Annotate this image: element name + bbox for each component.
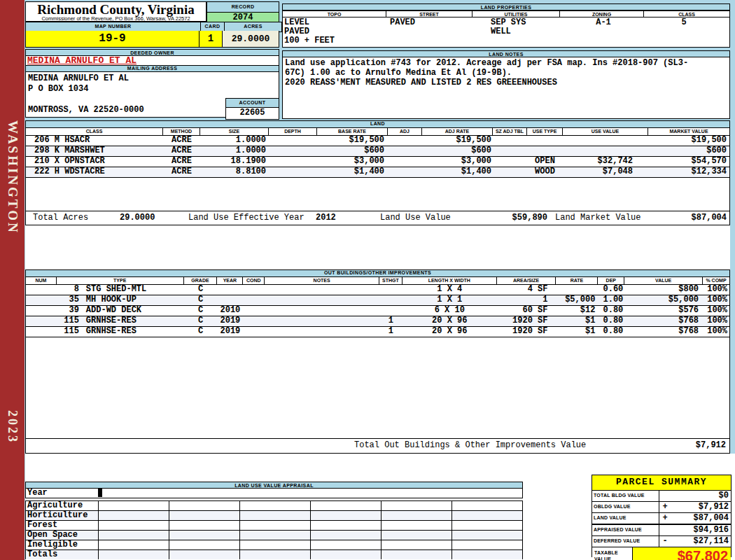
table-cell xyxy=(243,295,265,305)
county-header: Richmond County, Virginia Commissioner o… xyxy=(25,1,206,22)
table-cell xyxy=(563,146,648,156)
column-header: NOTES xyxy=(265,277,379,284)
appraisal-empty-cell xyxy=(240,540,311,550)
appraisal-empty-cell xyxy=(240,511,311,520)
table-cell xyxy=(217,295,243,305)
out-buildings-column-headers: NUMTYPEGRADEYEARCONDNOTESSTHGTLENGTH X W… xyxy=(26,277,729,285)
column-header-utilities: UTILITIES xyxy=(472,10,560,18)
appraisal-row-label: Year xyxy=(26,489,99,497)
out-buildings-table: OUT BUILDINGS/OTHER IMPROVEMENTS NUMTYPE… xyxy=(25,270,730,454)
total-acres-label: Total Acres xyxy=(33,211,88,224)
land-market-value: $87,004 xyxy=(692,211,727,224)
table-cell: 0.80 xyxy=(598,306,624,316)
column-header: GRADE xyxy=(184,277,218,284)
column-header: % COMP xyxy=(703,277,729,284)
appraisal-empty-cell xyxy=(99,521,169,530)
table-cell xyxy=(388,167,422,177)
appraisal-row: Forest xyxy=(26,521,522,531)
county-title: Richmond County, Virginia xyxy=(26,3,206,16)
appraisal-empty-cell xyxy=(240,550,311,559)
table-cell: $768 xyxy=(624,316,703,326)
appraisal-empty-cell xyxy=(452,511,522,520)
summary-operator xyxy=(659,525,671,536)
column-header: ADJ RATE xyxy=(422,128,493,135)
table-cell: 100% xyxy=(703,306,729,316)
summary-value: $87,004 xyxy=(671,513,731,524)
appraisal-empty-cell xyxy=(311,511,382,520)
map-number-value: 19-9 xyxy=(25,31,200,48)
appraisal-empty-cell xyxy=(311,521,382,530)
column-header-class: CLASS xyxy=(644,10,730,18)
appraisal-row-label: Forest xyxy=(26,521,99,530)
table-cell xyxy=(527,146,563,156)
appraisal-empty-cell xyxy=(382,550,452,559)
table-cell xyxy=(265,327,379,337)
parcel-summary-row: DEFERRED VALUE-$27,114 xyxy=(592,536,731,547)
table-cell: 1920 SF xyxy=(497,316,556,326)
table-cell: 1.00 xyxy=(598,295,624,305)
column-header: NUM xyxy=(26,277,57,284)
parcel-summary-row: LAND VALUE+$87,004 xyxy=(592,513,731,525)
table-cell xyxy=(217,285,243,295)
table-cell: 2010 xyxy=(217,306,243,316)
street-values: PAVED xyxy=(390,18,415,27)
summary-label: DEFERRED VALUE xyxy=(592,536,659,547)
appraisal-empty-cell xyxy=(102,489,102,497)
year-label: 2023 xyxy=(5,410,20,444)
parcel-summary-row: OBLDG VALUE+$7,912 xyxy=(592,502,731,513)
table-row: 35MH HOOK-UPC1 X 11$5,0001.00$5,000100% xyxy=(26,295,729,306)
table-cell: $1 xyxy=(556,327,598,337)
land-use-value-label: Land Use Value xyxy=(380,211,451,224)
table-cell: $5,000 xyxy=(556,295,598,305)
book-spine-sidebar: WASHINGTON 2023 xyxy=(0,0,24,560)
table-cell: $19,500 xyxy=(422,136,493,146)
table-cell: $1,400 xyxy=(317,167,388,177)
effective-year-label: Land Use Effective Year xyxy=(188,211,304,224)
table-cell: C xyxy=(184,285,218,295)
table-cell xyxy=(265,306,379,316)
appraisal-row: Agriculture xyxy=(26,501,522,511)
table-cell xyxy=(563,136,648,146)
table-cell: ACRE xyxy=(163,136,200,146)
table-cell: GRNHSE-RES xyxy=(82,316,184,326)
table-cell xyxy=(379,295,402,305)
table-cell xyxy=(243,327,265,337)
record-header: RECORD xyxy=(206,1,279,13)
column-header: COND xyxy=(243,277,265,284)
table-cell: $1 xyxy=(556,316,598,326)
table-cell: OPEN xyxy=(527,157,563,167)
deeded-owner-name: MEDINA ARNULFO ET AL xyxy=(26,56,279,65)
column-header: BASE RATE xyxy=(317,128,388,135)
table-cell: $600 xyxy=(422,146,493,156)
out-buildings-title: OUT BUILDINGS/OTHER IMPROVEMENTS xyxy=(26,270,729,277)
table-cell: 1.0000 xyxy=(200,146,269,156)
column-header: CLASS xyxy=(26,128,163,135)
table-cell: C xyxy=(184,306,218,316)
table-cell: $19,500 xyxy=(317,136,388,146)
table-cell: C xyxy=(184,316,218,326)
property-record-card: WASHINGTON 2023 Richmond County, Virgini… xyxy=(0,0,735,560)
appraisal-empty-cell xyxy=(99,501,169,510)
table-cell: 100% xyxy=(703,285,729,295)
taxable-value: $67,802 xyxy=(633,547,731,560)
table-cell: $1,400 xyxy=(422,167,493,177)
table-cell: WOOD xyxy=(527,167,563,177)
table-cell: 4 SF xyxy=(497,285,556,295)
column-header: SZ ADJ TBL xyxy=(493,128,527,135)
table-cell: $768 xyxy=(624,327,703,337)
appraisal-year-row: Year xyxy=(25,489,523,498)
district-spine-text: WASHINGTON xyxy=(0,104,24,251)
table-cell xyxy=(265,316,379,326)
mailing-line: P O BOX 1034 xyxy=(28,84,279,94)
table-cell xyxy=(243,285,265,295)
table-cell xyxy=(493,167,527,177)
table-cell xyxy=(388,136,422,146)
table-cell: $3,000 xyxy=(422,157,493,167)
table-cell: $19,500 xyxy=(648,136,729,146)
land-use-value: $59,890 xyxy=(453,211,547,224)
column-header-zoning: ZONING xyxy=(560,10,644,18)
land-notes-line: 67C) 1.00 ac to Arnulfo Medina Et Al (19… xyxy=(285,68,729,78)
table-cell: 1 xyxy=(497,295,556,305)
appraisal-empty-cell xyxy=(382,521,452,530)
land-notes-header: LAND NOTES xyxy=(282,50,730,57)
